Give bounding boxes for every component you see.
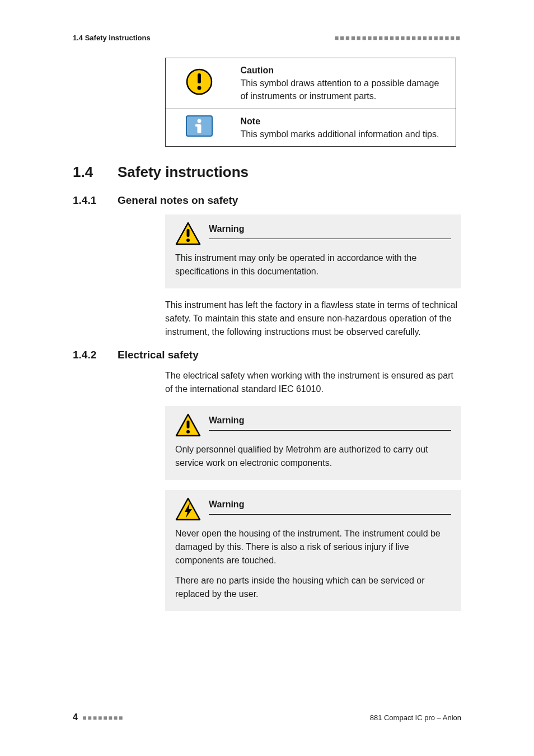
caution-desc: This symbol draws attention to a possibl…: [241, 78, 439, 101]
warning-text: This instrument may only be operated in …: [175, 251, 451, 278]
table-row: Note This symbol marks additional inform…: [166, 109, 456, 146]
warning-callout: Warning This instrument may only be oper…: [165, 214, 461, 288]
warning-label: Warning: [209, 500, 451, 515]
warning-text: Never open the housing of the instrument…: [175, 527, 451, 567]
body-paragraph: The electrical safety when working with …: [165, 369, 461, 396]
header-dashes: ■■■■■■■■■■■■■■■■■■■■■■■: [334, 34, 461, 42]
note-info-icon: [185, 115, 213, 137]
caution-text-cell: Caution This symbol draws attention to a…: [233, 58, 456, 109]
warning-text: Only personnel qualified by Metrohm are …: [175, 443, 451, 470]
body-paragraph: This instrument has left the factory in …: [165, 298, 461, 339]
page-footer: 4 ■■■■■■■■ 881 Compact IC pro – Anion: [73, 712, 461, 722]
warning-callout-electrical: Warning Never open the housing of the in…: [165, 490, 461, 611]
warning-label: Warning: [209, 416, 451, 431]
warning-triangle-icon: [175, 414, 201, 436]
section-title: Safety instructions: [118, 164, 249, 181]
warning-label: Warning: [209, 224, 451, 239]
section-1-4-heading: 1.4 Safety instructions: [73, 164, 461, 181]
table-row: Caution This symbol draws attention to a…: [166, 58, 456, 109]
section-number: 1.4: [73, 164, 118, 181]
warning-text: There are no parts inside the housing wh…: [175, 574, 451, 601]
warning-callout: Warning Only personnel qualified by Metr…: [165, 406, 461, 480]
note-desc: This symbol marks additional information…: [241, 129, 439, 139]
subsection-title: General notes on safety: [118, 194, 238, 207]
symbol-legend-table: Caution This symbol draws attention to a…: [165, 58, 456, 147]
page-number: 4: [73, 712, 78, 722]
caution-title: Caution: [241, 66, 274, 75]
caution-symbol-cell: [166, 58, 233, 109]
note-title: Note: [241, 116, 261, 126]
footer-dashes: ■■■■■■■■: [82, 714, 124, 722]
subsection-number: 1.4.2: [73, 349, 118, 361]
subsection-number: 1.4.1: [73, 194, 118, 207]
subsection-title: Electrical safety: [118, 349, 199, 361]
running-header: 1.4 Safety instructions ■■■■■■■■■■■■■■■■…: [73, 34, 461, 42]
warning-triangle-icon: [175, 222, 201, 245]
note-text-cell: Note This symbol marks additional inform…: [233, 109, 456, 146]
note-symbol-cell: [166, 109, 233, 146]
warning-electrical-icon: [175, 498, 201, 520]
section-1-4-1-heading: 1.4.1 General notes on safety: [73, 194, 461, 207]
footer-doc-title: 881 Compact IC pro – Anion: [370, 713, 461, 722]
header-section-ref: 1.4 Safety instructions: [73, 34, 151, 42]
caution-round-icon: [185, 68, 213, 96]
section-1-4-2-heading: 1.4.2 Electrical safety: [73, 349, 461, 361]
